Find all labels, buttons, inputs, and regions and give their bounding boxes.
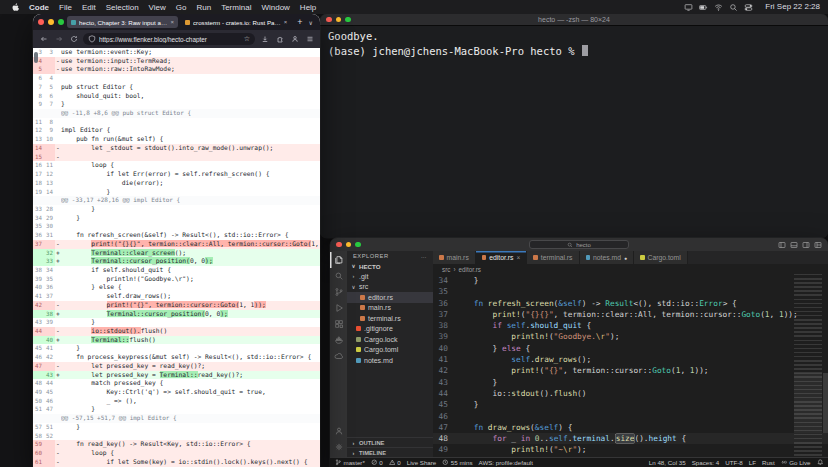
status-item-55-mins[interactable]: 55 mins — [442, 459, 472, 466]
code-line[interactable]: 49 println!("~\r"); — [433, 444, 828, 455]
editor-scrollbar-thumb[interactable] — [823, 373, 828, 433]
code-line[interactable]: 46 — [433, 411, 828, 422]
status-item-aws-profile-default[interactable]: AWS: profile:default — [479, 459, 533, 466]
wifi-icon[interactable] — [714, 3, 723, 12]
breadcrumb[interactable]: src › editor.rs — [433, 264, 828, 274]
explorer-item-terminal.rs[interactable]: terminal.rs — [347, 313, 433, 324]
menu-item-terminal[interactable]: Terminal — [216, 3, 256, 12]
menu-item-file[interactable]: File — [54, 3, 77, 12]
minimap[interactable] — [794, 274, 822, 457]
status-item-rust[interactable]: Rust — [762, 459, 775, 466]
explorer-item-Cargo.toml[interactable]: Cargo.toml — [347, 345, 433, 356]
panel-left-icon[interactable] — [778, 241, 786, 249]
browser-tab-bar[interactable]: hecto, Chapter 3: Raw input an…×crosster… — [33, 14, 320, 30]
code-line[interactable]: 45 } — [433, 399, 828, 410]
display-icon[interactable] — [684, 3, 693, 12]
terminal-output[interactable]: Goodbye. (base) jchen@jchens-MacBook-Pro… — [320, 26, 828, 62]
menu-item-selection[interactable]: Selection — [101, 3, 144, 12]
code-line[interactable]: 42 print!("{}", termion::cursor::Goto(1,… — [433, 365, 828, 376]
explorer-item-Cargo.lock[interactable]: Cargo.lock — [347, 334, 433, 345]
reload-icon[interactable] — [68, 34, 79, 45]
explorer-item-.gitignore[interactable]: .gitignore — [347, 324, 433, 335]
explorer-item-src[interactable]: ∨src — [347, 282, 433, 293]
download-icon[interactable] — [259, 34, 270, 45]
new-tab-button[interactable]: + — [294, 17, 305, 27]
code-line[interactable]: 40 } else { — [433, 343, 828, 354]
status-item-spaces-4[interactable]: Spaces: 4 — [692, 459, 720, 466]
explorer-item-.git[interactable]: ›.git — [347, 271, 433, 282]
tab-close-icon[interactable]: × — [516, 254, 520, 261]
menu-item-help[interactable]: Help — [295, 3, 321, 12]
activity-explorer-icon[interactable] — [330, 252, 347, 268]
extensions-icon[interactable] — [274, 34, 285, 45]
url-bar[interactable]: https://www.flenker.blog/hecto-chapter ☆ — [83, 33, 255, 45]
status-item-0[interactable]: 0 — [371, 459, 383, 466]
status-item-lf[interactable]: LF — [749, 459, 756, 466]
battery-icon[interactable] — [699, 3, 708, 12]
explorer-item-main.rs[interactable]: main.rs — [347, 303, 433, 314]
editor-tab-notes.md[interactable]: notes.md● — [580, 251, 635, 264]
status-item-go-live[interactable]: Go Live — [781, 459, 811, 466]
activity-gear-icon[interactable] — [330, 439, 347, 455]
explorer-item-editor.rs[interactable]: editor.rs — [347, 292, 433, 303]
page-scrollbar-thumb[interactable] — [34, 52, 38, 63]
panel-right-icon[interactable] — [802, 241, 810, 249]
control-center-icon[interactable] — [744, 3, 753, 12]
editor-tab-Cargo.toml[interactable]: Cargo.toml — [634, 251, 688, 264]
panel-bottom-icon[interactable] — [790, 241, 798, 249]
code-line[interactable]: 39 println!("Goodbye.\r"); — [433, 331, 828, 342]
vscode-window-controls[interactable] — [336, 242, 361, 248]
code-line[interactable]: 44 io::stdout().flush() — [433, 388, 828, 399]
explorer-actions-icon[interactable]: … — [421, 253, 427, 259]
status-item-ln-48-col-35[interactable]: Ln 48, Col 35 — [649, 459, 686, 466]
browser-tab[interactable]: crossterm - crates.io: Rust Pac…× — [181, 16, 291, 28]
apple-logo[interactable] — [8, 3, 24, 12]
minimap-viewport[interactable] — [794, 373, 822, 433]
menu-item-run[interactable]: Run — [191, 3, 216, 12]
code-editor[interactable]: 34 }3536 fn refresh_screen(&self) -> Res… — [433, 274, 828, 457]
status-item-0[interactable]: 0 — [389, 459, 401, 466]
sidebar-section-timeline[interactable]: ›TIMELINE — [347, 447, 433, 457]
activity-ext-icon[interactable] — [330, 316, 347, 332]
code-line[interactable]: 41 self.draw_rows(); — [433, 354, 828, 365]
code-line[interactable]: 48 for _ in 0..self.terminal.size().heig… — [433, 433, 828, 444]
forward-icon[interactable] — [53, 34, 64, 45]
menubar-clock[interactable]: Fri Sep 22 2:28 — [763, 2, 820, 11]
account-icon[interactable] — [289, 34, 300, 45]
activity-search-icon[interactable] — [330, 268, 347, 284]
explorer-root-folder[interactable]: ∨ HECTO — [347, 261, 433, 271]
code-line[interactable]: 47 fn draw_rows(&self) { — [433, 422, 828, 433]
activity-cloud-icon[interactable] — [330, 348, 347, 364]
code-line[interactable]: 34 } — [433, 275, 828, 286]
browser-tab[interactable]: hecto, Chapter 3: Raw input an…× — [67, 16, 178, 28]
code-line[interactable]: 38 if self.should_quit { — [433, 320, 828, 331]
code-line[interactable]: 35 — [433, 286, 828, 297]
menu-item-edit[interactable]: Edit — [77, 3, 101, 12]
activity-account-icon[interactable] — [330, 423, 347, 439]
command-center[interactable]: hecto — [529, 240, 629, 249]
terminal-window-controls[interactable] — [326, 17, 351, 23]
status-item-utf-8[interactable]: UTF-8 — [725, 459, 743, 466]
menu-item-window[interactable]: Window — [256, 3, 294, 12]
terminal-titlebar[interactable]: hecto — -zsh — 80×24 — [320, 14, 828, 26]
code-line[interactable]: 37 print!("{}{}", termion::clear::All, t… — [433, 309, 828, 320]
editor-tab-editor.rs[interactable]: editor.rs× — [476, 251, 527, 264]
code-line[interactable]: 36 fn refresh_screen(&self) -> Result<()… — [433, 298, 828, 309]
sidebar-section-outline[interactable]: ›OUTLINE — [347, 437, 433, 447]
menu-icon[interactable] — [304, 34, 315, 45]
menu-item-code[interactable]: Code — [24, 3, 54, 12]
tab-close-icon[interactable]: × — [171, 19, 175, 25]
status-item-master-[interactable]: master* — [335, 459, 365, 466]
menu-item-view[interactable]: View — [144, 3, 171, 12]
activity-scm-icon[interactable] — [330, 284, 347, 300]
tab-close-icon[interactable]: × — [284, 19, 288, 25]
editor-tab-main.rs[interactable]: main.rs — [433, 251, 476, 264]
code-line[interactable]: 43 } — [433, 377, 828, 388]
bookmark-star-icon[interactable]: ☆ — [244, 35, 250, 43]
editor-tab-terminal.rs[interactable]: terminal.rs — [527, 251, 579, 264]
search-icon[interactable] — [729, 3, 738, 12]
menu-item-go[interactable]: Go — [171, 3, 192, 12]
status-item-live-share[interactable]: Live Share — [407, 459, 437, 466]
activity-docker-icon[interactable] — [330, 332, 347, 348]
vscode-titlebar[interactable]: hecto — [330, 238, 828, 251]
